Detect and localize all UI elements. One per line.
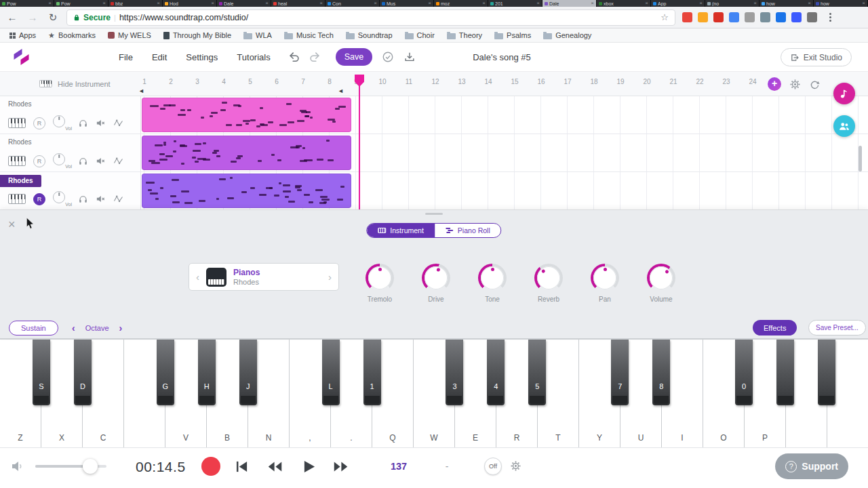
knob-tone[interactable]: Tone: [478, 264, 507, 303]
back-icon[interactable]: ←: [4, 12, 20, 23]
bookmark-item[interactable]: My WELS: [108, 31, 151, 39]
knob-drive[interactable]: Drive: [422, 264, 450, 303]
midi-clip[interactable]: [142, 98, 351, 132]
headphones-icon[interactable]: [78, 118, 88, 128]
time-signature[interactable]: -: [446, 461, 449, 472]
extension-icon[interactable]: [698, 12, 708, 22]
black-key[interactable]: S: [33, 340, 50, 405]
chrome-menu-icon[interactable]: [823, 13, 838, 22]
headphones-icon[interactable]: [78, 156, 88, 166]
record-button[interactable]: [201, 457, 220, 476]
playhead-line[interactable]: [359, 75, 360, 210]
octave-down-icon[interactable]: ‹: [72, 323, 75, 333]
bookmark-item[interactable]: Through My Bible: [163, 31, 231, 39]
browser-tab[interactable]: moz×: [434, 0, 488, 7]
browser-tab[interactable]: App×: [651, 0, 705, 7]
tempo-value[interactable]: 137: [391, 461, 407, 472]
tab-close-icon[interactable]: ×: [482, 1, 486, 6]
bookmark-item[interactable]: Choir: [405, 31, 435, 39]
tab-close-icon[interactable]: ×: [157, 1, 160, 6]
track-header[interactable]: RhodesRVol: [0, 172, 141, 209]
rewind-button[interactable]: [267, 460, 283, 473]
automation-icon[interactable]: [113, 194, 123, 204]
black-key[interactable]: 3: [446, 340, 463, 405]
collaboration-fab-button[interactable]: [833, 115, 855, 137]
bookmark-item[interactable]: Theory: [447, 31, 482, 39]
black-key[interactable]: 0: [735, 340, 753, 405]
menu-file[interactable]: File: [119, 52, 133, 62]
black-key[interactable]: [818, 340, 835, 405]
automation-icon[interactable]: [113, 118, 123, 128]
record-arm-button[interactable]: R: [33, 117, 45, 129]
export-download-icon[interactable]: [403, 51, 416, 63]
tab-close-icon[interactable]: ×: [428, 1, 431, 6]
tab-close-icon[interactable]: ×: [645, 1, 648, 6]
mute-icon[interactable]: [96, 194, 106, 204]
headphones-icon[interactable]: [78, 194, 88, 204]
extension-icon[interactable]: [807, 12, 817, 22]
tab-close-icon[interactable]: ×: [862, 1, 865, 6]
master-volume-slider[interactable]: [35, 465, 106, 468]
mute-icon[interactable]: [96, 118, 106, 128]
extension-icon[interactable]: [713, 12, 724, 22]
browser-tab[interactable]: 201×: [488, 0, 542, 7]
black-key[interactable]: 7: [611, 340, 629, 405]
timeline-ruler[interactable]: Hide Instrument 123456789101112131415161…: [0, 72, 868, 96]
black-key[interactable]: 5: [528, 340, 546, 405]
timeline-settings-gear-icon[interactable]: [789, 79, 801, 90]
bookmark-item[interactable]: Psalms: [494, 31, 531, 39]
menu-edit[interactable]: Edit: [152, 52, 167, 62]
instruments-fab-button[interactable]: [833, 83, 855, 104]
skip-to-start-button[interactable]: [235, 460, 250, 473]
midi-clip[interactable]: [142, 174, 351, 208]
black-key[interactable]: H: [198, 340, 216, 405]
add-track-button[interactable]: +: [768, 77, 781, 91]
bookmark-star-icon[interactable]: ☆: [660, 12, 669, 22]
black-key[interactable]: D: [74, 340, 92, 405]
play-button[interactable]: [301, 460, 317, 473]
tab-close-icon[interactable]: ×: [808, 1, 811, 6]
save-preset-button[interactable]: Save Preset...: [808, 320, 866, 336]
tab-close-icon[interactable]: ×: [374, 1, 377, 6]
browser-tab[interactable]: Dale×: [542, 0, 597, 7]
forward-icon[interactable]: →: [24, 12, 41, 23]
address-omnibox[interactable]: Secure | https://www.soundtrap.com/studi…: [66, 9, 675, 26]
master-volume-icon[interactable]: [11, 460, 26, 473]
fast-forward-button[interactable]: [333, 460, 349, 473]
browser-tab[interactable]: bbz×: [108, 0, 163, 7]
menu-tutorials[interactable]: Tutorials: [237, 52, 270, 62]
volume-handle[interactable]: [83, 459, 98, 474]
tab-close-icon[interactable]: ×: [102, 1, 106, 6]
exit-studio-button[interactable]: Exit Studio: [781, 48, 852, 66]
bookmark-item[interactable]: Genealogy: [543, 31, 591, 39]
instrument-icon[interactable]: [8, 194, 26, 204]
tab-close-icon[interactable]: ×: [536, 1, 540, 6]
tab-close-icon[interactable]: ×: [319, 1, 323, 6]
black-key[interactable]: [776, 340, 794, 405]
mute-icon[interactable]: [96, 156, 106, 166]
support-button[interactable]: ? Support: [775, 453, 848, 479]
track-header[interactable]: RhodesRVol: [0, 134, 141, 171]
track-scrollbar[interactable]: [859, 146, 862, 171]
browser-tab[interactable]: heal×: [271, 0, 326, 7]
instrument-icon[interactable]: [8, 118, 26, 128]
octave-up-icon[interactable]: ›: [119, 323, 123, 333]
browser-tab[interactable]: Pow×: [54, 0, 108, 7]
undo-icon[interactable]: [288, 51, 300, 63]
previous-instrument-icon[interactable]: ‹: [196, 271, 199, 283]
view-tab-piano-roll[interactable]: Piano Roll: [435, 224, 501, 237]
instrument-icon[interactable]: [8, 156, 26, 166]
automation-icon[interactable]: [113, 156, 123, 166]
record-arm-button[interactable]: R: [33, 155, 45, 167]
transport-settings-gear-icon[interactable]: [510, 460, 521, 472]
instrument-selector[interactable]: ‹ Pianos Rhodes ›: [189, 263, 339, 291]
bookmark-item[interactable]: WLA: [243, 31, 272, 39]
record-arm-button[interactable]: R: [33, 193, 45, 205]
extension-icon[interactable]: [776, 12, 786, 22]
bookmark-item[interactable]: Soundtrap: [346, 31, 393, 39]
browser-tab[interactable]: (no×: [705, 0, 760, 7]
clip-trim-right-icon[interactable]: ◄: [338, 88, 344, 94]
song-title[interactable]: Dale's song #5: [473, 52, 531, 62]
view-tab-instrument[interactable]: Instrument: [367, 224, 435, 237]
extension-icon[interactable]: [760, 12, 770, 22]
